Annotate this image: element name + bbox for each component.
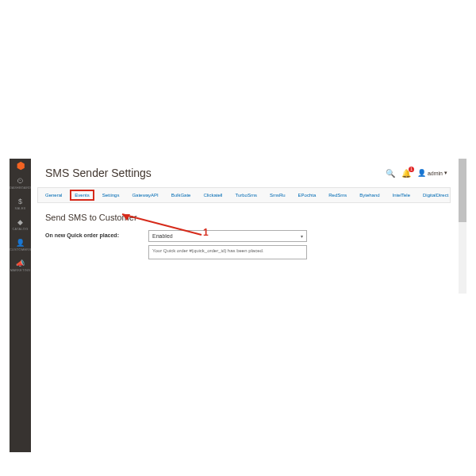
main-content: SMS Sender Settings 🔍 🔔 1 👤 admin ▾ Gene… (31, 159, 457, 452)
sidebar-item-label: CUSTOMERS (10, 248, 31, 251)
sidebar-item-sales[interactable]: $ SALES (10, 194, 31, 214)
vertical-scrollbar[interactable] (459, 159, 466, 294)
sidebar-item-customers[interactable]: 👤 CUSTOMERS (10, 235, 31, 255)
tab-epochta[interactable]: EPochta (296, 192, 319, 198)
tab-bytehand[interactable]: Bytehand (357, 192, 382, 198)
customers-icon: 👤 (10, 239, 31, 247)
tab-clickatell[interactable]: Clickatell (201, 192, 225, 198)
field-label-quick-order: On new Quick order placed: (45, 230, 148, 238)
search-icon[interactable]: 🔍 (386, 169, 395, 178)
sidebar-item-marketing[interactable]: 📣 MARKETING (10, 255, 31, 276)
magento-logo-icon: ⬢ (10, 159, 31, 173)
tab-turbosms[interactable]: TurboSms (232, 192, 259, 198)
scrollbar-thumb[interactable] (459, 159, 466, 222)
tab-events[interactable]: Events (72, 192, 91, 198)
tab-smsru[interactable]: SmsRu (267, 192, 288, 198)
select-value: Enabled (152, 233, 173, 239)
tab-inteltele[interactable]: IntelTele (390, 192, 413, 198)
sidebar-item-catalog[interactable]: ◆ CATALOG (10, 214, 31, 235)
tab-settings[interactable]: Settings (100, 192, 122, 198)
tab-bulkgate[interactable]: BulkGate (169, 192, 194, 198)
tab-digitaldirect[interactable]: DigitalDirect (420, 192, 451, 198)
notifications-icon[interactable]: 🔔 1 (401, 169, 411, 178)
dashboard-icon: ⏲ (10, 177, 31, 185)
page-header: SMS Sender Settings 🔍 🔔 1 👤 admin ▾ (31, 159, 457, 182)
sales-icon: $ (10, 198, 31, 205)
sidebar-item-dashboard[interactable]: ⏲ DASHBOARD (10, 173, 31, 194)
config-tabs: General Events Settings GatewayAPI BulkG… (37, 187, 451, 203)
tab-gatewayapi[interactable]: GatewayAPI (129, 192, 160, 198)
notification-badge: 1 (409, 167, 414, 172)
sms-template-textarea[interactable]: Your Quick order #{quick_order_id} has b… (148, 245, 307, 259)
user-icon: 👤 (417, 169, 426, 177)
enabled-select[interactable]: Enabled (148, 230, 307, 242)
section-heading: Send SMS to Customer (45, 213, 457, 222)
sidebar-item-label: MARKETING (10, 268, 31, 272)
admin-sidebar: ⬢ ⏲ DASHBOARD $ SALES ◆ CATALOG 👤 CUSTOM… (10, 159, 31, 452)
page-title: SMS Sender Settings (45, 167, 152, 179)
tab-redsms[interactable]: RedSms (326, 192, 349, 198)
marketing-icon: 📣 (10, 259, 31, 267)
sidebar-item-label: DASHBOARD (10, 186, 31, 190)
account-menu[interactable]: 👤 admin ▾ (417, 169, 447, 177)
chevron-down-icon: ▾ (444, 170, 447, 176)
sidebar-item-label: CATALOG (10, 227, 31, 231)
user-name: admin (428, 171, 443, 176)
catalog-icon: ◆ (10, 218, 31, 226)
tab-general[interactable]: General (43, 192, 64, 198)
sidebar-item-label: SALES (10, 206, 31, 210)
